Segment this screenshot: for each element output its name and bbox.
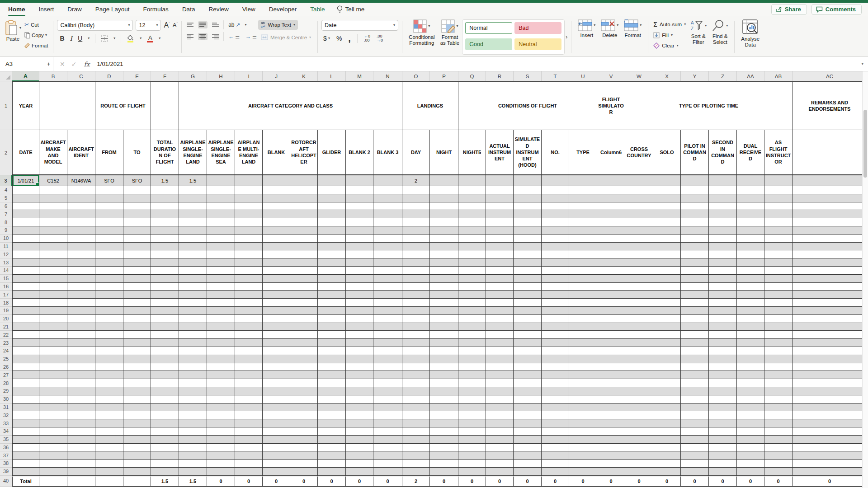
- cell-E25[interactable]: [123, 355, 151, 363]
- conditional-formatting-button[interactable]: ▾ Conditional Formatting: [409, 19, 435, 55]
- cell-S34[interactable]: [514, 427, 542, 436]
- cell-X26[interactable]: [653, 363, 681, 371]
- field-header-Q[interactable]: NIGHT5: [458, 130, 486, 175]
- cell-AC39[interactable]: [793, 468, 867, 476]
- cell-C9[interactable]: [67, 226, 95, 235]
- cell-P18[interactable]: [430, 299, 458, 307]
- cell-G38[interactable]: [179, 460, 207, 468]
- cell-AC8[interactable]: [793, 218, 867, 226]
- format-as-table-button[interactable]: ▾ Format as Table: [440, 19, 460, 55]
- cell-N28[interactable]: [373, 379, 402, 387]
- cell-H12[interactable]: [207, 250, 235, 258]
- cell-L21[interactable]: [318, 323, 346, 331]
- cell-I16[interactable]: [235, 283, 263, 291]
- cell-X37[interactable]: [653, 451, 681, 460]
- cell-Z31[interactable]: [709, 404, 737, 412]
- cell-AA28[interactable]: [737, 379, 764, 387]
- cell-P23[interactable]: [430, 339, 458, 347]
- column-header-I[interactable]: I: [235, 71, 263, 81]
- cell-Z21[interactable]: [709, 323, 737, 331]
- row-header-24[interactable]: 24: [0, 347, 12, 355]
- cell-AC20[interactable]: [793, 315, 867, 323]
- cell-G36[interactable]: [179, 444, 207, 452]
- cell-V14[interactable]: [597, 267, 625, 275]
- cell-S22[interactable]: [514, 331, 542, 339]
- comments-button[interactable]: Comments: [811, 4, 862, 15]
- row-header-26[interactable]: 26: [0, 363, 12, 371]
- cell-G10[interactable]: [179, 235, 207, 243]
- cell-K38[interactable]: [290, 460, 318, 468]
- row-header-37[interactable]: 37: [0, 451, 12, 460]
- cell-J35[interactable]: [263, 436, 290, 444]
- cell-H33[interactable]: [207, 419, 235, 427]
- cell-Y27[interactable]: [681, 371, 709, 379]
- cell-C25[interactable]: [67, 355, 95, 363]
- cell-X13[interactable]: [653, 258, 681, 267]
- cell-D17[interactable]: [95, 291, 123, 299]
- cell-F20[interactable]: [151, 315, 179, 323]
- cell-Y13[interactable]: [681, 258, 709, 267]
- cell-W36[interactable]: [625, 444, 653, 452]
- cell-Q22[interactable]: [458, 331, 486, 339]
- cell-T13[interactable]: [542, 258, 569, 267]
- cell-J34[interactable]: [263, 427, 290, 436]
- cell-P6[interactable]: [430, 202, 458, 211]
- cell-W26[interactable]: [625, 363, 653, 371]
- cell-R32[interactable]: [486, 411, 514, 419]
- cell-Y16[interactable]: [681, 283, 709, 291]
- cell-AA14[interactable]: [737, 267, 764, 275]
- cell-M27[interactable]: [346, 371, 373, 379]
- cell-O39[interactable]: [402, 468, 430, 476]
- cell-U13[interactable]: [569, 258, 597, 267]
- cell-A16[interactable]: [12, 283, 39, 291]
- cell-W32[interactable]: [625, 411, 653, 419]
- column-header-Z[interactable]: Z: [709, 71, 737, 81]
- cell-U37[interactable]: [569, 451, 597, 460]
- cell-G20[interactable]: [179, 315, 207, 323]
- cell-AB11[interactable]: [764, 243, 793, 251]
- cell-P9[interactable]: [430, 226, 458, 235]
- cell-H36[interactable]: [207, 444, 235, 452]
- cell-L38[interactable]: [318, 460, 346, 468]
- cell-F16[interactable]: [151, 283, 179, 291]
- cell-W12[interactable]: [625, 250, 653, 258]
- column-header-F[interactable]: F: [151, 71, 179, 81]
- cell-Q21[interactable]: [458, 323, 486, 331]
- cell-P11[interactable]: [430, 243, 458, 251]
- cell-F39[interactable]: [151, 468, 179, 476]
- cell-I18[interactable]: [235, 299, 263, 307]
- cell-I10[interactable]: [235, 235, 263, 243]
- cell-X21[interactable]: [653, 323, 681, 331]
- cell-K27[interactable]: [290, 371, 318, 379]
- cell-G5[interactable]: [179, 194, 207, 202]
- cell-R4[interactable]: [486, 186, 514, 194]
- cell-Z12[interactable]: [709, 250, 737, 258]
- cell-AC38[interactable]: [793, 460, 867, 468]
- cell-S14[interactable]: [514, 267, 542, 275]
- cell-J39[interactable]: [263, 468, 290, 476]
- cell-AB37[interactable]: [764, 451, 793, 460]
- fill-color-dropdown[interactable]: ▾: [140, 37, 142, 40]
- cell-C37[interactable]: [67, 451, 95, 460]
- cell-G39[interactable]: [179, 468, 207, 476]
- cell-X10[interactable]: [653, 235, 681, 243]
- cell-J3[interactable]: [263, 175, 290, 186]
- cell-G28[interactable]: [179, 379, 207, 387]
- cell-G25[interactable]: [179, 355, 207, 363]
- cell-F29[interactable]: [151, 387, 179, 395]
- cell-M29[interactable]: [346, 387, 373, 395]
- cell-Y20[interactable]: [681, 315, 709, 323]
- cell-I15[interactable]: [235, 275, 263, 283]
- cell-AC31[interactable]: [793, 404, 867, 412]
- format-cells-button[interactable]: ▾ Format: [624, 19, 642, 55]
- vertical-scrollbar[interactable]: [862, 71, 868, 488]
- cell-M25[interactable]: [346, 355, 373, 363]
- cell-L16[interactable]: [318, 283, 346, 291]
- group-header-year[interactable]: YEAR: [12, 81, 39, 130]
- column-header-Q[interactable]: Q: [458, 71, 486, 81]
- cell-Q30[interactable]: [458, 395, 486, 404]
- cell-B4[interactable]: [39, 186, 67, 194]
- increase-indent-button[interactable]: →☰: [244, 33, 258, 41]
- cell-X35[interactable]: [653, 436, 681, 444]
- cell-AC25[interactable]: [793, 355, 867, 363]
